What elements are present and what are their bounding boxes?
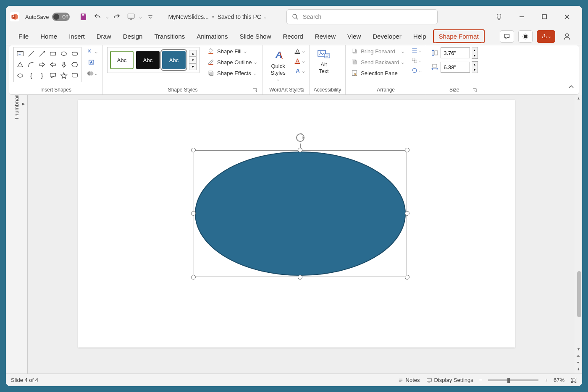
gallery-down-icon[interactable]: ▾ xyxy=(189,57,197,63)
expand-thumbnails-icon[interactable]: ▸ xyxy=(22,101,25,107)
send-backward-button[interactable]: Send Backward⌵ xyxy=(350,58,405,66)
camera-button[interactable] xyxy=(518,30,533,43)
display-settings-button[interactable]: Display Settings xyxy=(426,377,473,383)
document-title[interactable]: MyNewSlides... • Saved to this PC ⌵ xyxy=(168,13,266,20)
group-button[interactable]: ⌵ xyxy=(411,57,422,64)
shape-hexagon-icon[interactable] xyxy=(70,60,80,70)
thumbnails-panel[interactable]: ▸ Thumbnails xyxy=(6,95,28,374)
tab-insert[interactable]: Insert xyxy=(64,30,90,42)
minimize-button[interactable] xyxy=(514,9,529,24)
nav-icon[interactable]: ✦ xyxy=(575,367,581,373)
style-preset-2[interactable]: Abc xyxy=(136,51,160,69)
selected-shape-ellipse[interactable] xyxy=(194,150,407,277)
account-icon[interactable] xyxy=(559,29,575,44)
slide-canvas[interactable]: ▴ ▾ ⏶ ⏷ ✦ xyxy=(28,95,582,374)
tab-file[interactable]: File xyxy=(13,30,34,42)
dialog-launcher-icon[interactable] xyxy=(299,88,304,93)
resize-handle[interactable] xyxy=(298,148,302,152)
shape-arc-icon[interactable] xyxy=(26,60,36,70)
resize-handle[interactable] xyxy=(405,275,410,280)
edit-shape-button[interactable]: ⌵ xyxy=(86,47,98,56)
maximize-button[interactable] xyxy=(537,9,552,24)
shape-oval-icon[interactable] xyxy=(59,49,69,59)
align-button[interactable]: ⌵ xyxy=(411,47,422,54)
shape-triangle-icon[interactable] xyxy=(15,60,25,70)
shape-speech-icon[interactable] xyxy=(48,71,58,81)
resize-handle[interactable] xyxy=(191,211,196,216)
merge-shapes-button[interactable]: ⌵ xyxy=(86,69,98,78)
text-box-button[interactable]: A xyxy=(86,58,98,67)
tab-view[interactable]: View xyxy=(342,30,366,42)
start-from-beginning-button[interactable] xyxy=(125,11,137,23)
shape-styles-gallery[interactable]: Abc Abc Abc ▴ ▾ ▾ xyxy=(107,47,200,73)
tab-review[interactable]: Review xyxy=(310,30,341,42)
customize-qat-button[interactable] xyxy=(144,11,156,23)
text-effects-button[interactable]: A⌵ xyxy=(293,67,305,75)
tab-developer[interactable]: Developer xyxy=(368,30,406,42)
height-down-icon[interactable]: ▾ xyxy=(472,53,478,58)
ellipse-shape[interactable] xyxy=(194,150,407,277)
scrollbar-thumb[interactable] xyxy=(577,271,581,317)
shape-arrow-left-icon[interactable] xyxy=(48,60,58,70)
tab-shape-format[interactable]: Shape Format xyxy=(433,29,485,43)
shapes-gallery[interactable]: { } xyxy=(13,47,81,82)
collapse-ribbon-button[interactable] xyxy=(568,84,575,92)
rotate-handle-icon[interactable] xyxy=(294,132,306,144)
tab-record[interactable]: Record xyxy=(278,30,308,42)
width-up-icon[interactable]: ▴ xyxy=(472,62,478,67)
lightbulb-icon[interactable] xyxy=(491,9,507,24)
tab-help[interactable]: Help xyxy=(408,30,431,42)
slide[interactable] xyxy=(78,100,515,348)
zoom-level[interactable]: 67% xyxy=(554,377,564,383)
alt-text-button[interactable]: Alt Text xyxy=(314,47,334,76)
resize-handle[interactable] xyxy=(191,148,196,152)
fit-to-window-button[interactable] xyxy=(570,377,577,383)
shape-textbox-icon[interactable] xyxy=(15,49,25,59)
quick-styles-button[interactable]: A Quick Styles ⌵ xyxy=(267,47,289,83)
shape-height-input[interactable]: 3.76" ▴▾ xyxy=(430,47,478,59)
rotate-button[interactable]: ⌵ xyxy=(411,67,422,74)
shape-rectangle-icon[interactable] xyxy=(48,49,58,59)
text-outline-button[interactable]: A⌵ xyxy=(293,57,305,65)
present-dropdown-icon[interactable]: ⌵ xyxy=(139,15,142,19)
comments-button[interactable] xyxy=(500,30,514,43)
shape-line-icon[interactable] xyxy=(26,49,36,59)
height-up-icon[interactable]: ▴ xyxy=(472,47,478,53)
autosave-toggle[interactable]: AutoSave Off xyxy=(25,13,70,21)
shape-freeform-icon[interactable] xyxy=(15,71,25,81)
prev-slide-icon[interactable]: ⏶ xyxy=(575,353,581,359)
shape-arrow-right-icon[interactable] xyxy=(37,60,47,70)
zoom-slider[interactable] xyxy=(488,379,538,381)
tab-slideshow[interactable]: Slide Show xyxy=(234,30,276,42)
dialog-launcher-icon[interactable] xyxy=(472,88,477,93)
shape-fill-button[interactable]: Shape Fill⌵ xyxy=(205,47,258,55)
shape-star-icon[interactable] xyxy=(59,71,69,81)
save-button[interactable] xyxy=(77,11,89,23)
next-slide-icon[interactable]: ⏷ xyxy=(575,360,581,366)
bring-forward-button[interactable]: Bring Forward⌵ xyxy=(350,47,405,55)
notes-button[interactable]: Notes xyxy=(397,377,420,383)
text-fill-button[interactable]: A⌵ xyxy=(293,47,305,55)
shape-effects-button[interactable]: Shape Effects⌵ xyxy=(205,69,258,77)
gallery-more-icon[interactable]: ▾ xyxy=(189,63,197,70)
scroll-down-icon[interactable]: ▾ xyxy=(575,347,581,353)
tab-draw[interactable]: Draw xyxy=(92,30,116,42)
tab-home[interactable]: Home xyxy=(35,30,62,42)
tab-design[interactable]: Design xyxy=(118,30,148,42)
close-button[interactable] xyxy=(559,9,575,24)
zoom-in-button[interactable]: + xyxy=(544,377,548,383)
zoom-out-button[interactable]: − xyxy=(479,377,483,383)
resize-handle[interactable] xyxy=(405,211,410,216)
shape-brace-left-icon[interactable]: { xyxy=(26,71,36,81)
tab-transitions[interactable]: Transitions xyxy=(149,30,190,42)
search-input[interactable] xyxy=(303,13,432,20)
resize-handle[interactable] xyxy=(405,148,410,152)
shape-brace-right-icon[interactable]: } xyxy=(37,71,47,81)
tab-animations[interactable]: Animations xyxy=(192,30,233,42)
width-down-icon[interactable]: ▾ xyxy=(472,67,478,73)
undo-button[interactable] xyxy=(92,11,103,23)
shape-line-arrow-icon[interactable] xyxy=(37,49,47,59)
share-button[interactable]: ⌵ xyxy=(537,30,555,43)
selection-pane-button[interactable]: Selection Pane xyxy=(350,69,405,77)
redo-button[interactable] xyxy=(111,11,123,23)
